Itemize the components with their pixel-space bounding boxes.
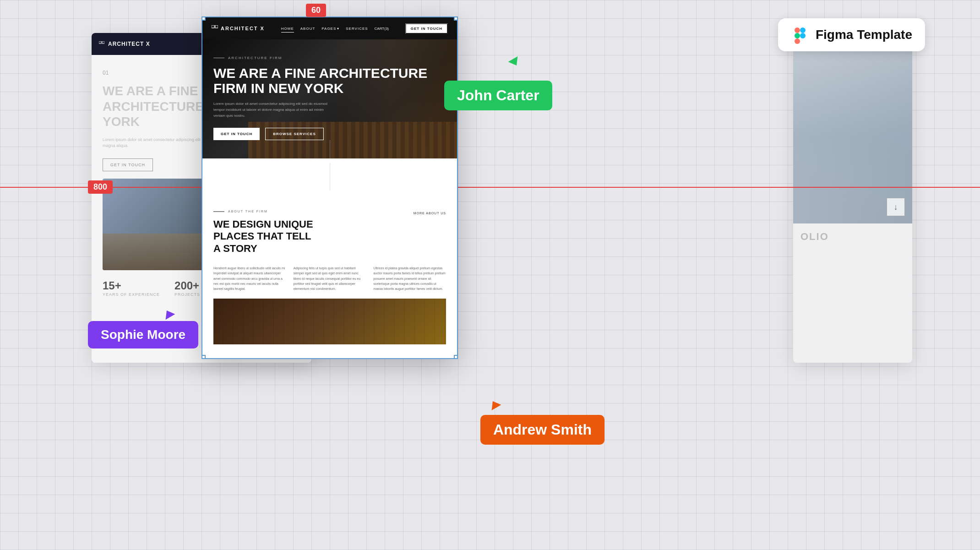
- left-frame-stat-projects: 200+ PROJECTS: [174, 279, 200, 297]
- about-subtitle: ABOUT THE FIRM: [213, 210, 314, 213]
- hero-btn-primary[interactable]: GET IN TOUCH: [213, 128, 260, 140]
- about-bottom-image-overlay: [213, 299, 446, 344]
- about-subtitle-line: [213, 211, 224, 212]
- left-frame-logo-icon: [99, 41, 104, 47]
- nav-logo-icon: [212, 25, 218, 32]
- about-section: ABOUT THE FIRM WE DESIGN UNIQUE PLACES T…: [202, 195, 457, 359]
- about-title-area: ABOUT THE FIRM WE DESIGN UNIQUE PLACES T…: [213, 210, 314, 262]
- hero-section: ARCHITECTURE FIRM WE ARE A FINE ARCHITEC…: [202, 39, 457, 158]
- hero-subtitle: ARCHITECTURE FIRM: [213, 56, 446, 60]
- right-frame-portfolio-text: OLIO: [800, 231, 905, 243]
- right-frame-building-image: ↓: [793, 49, 912, 223]
- main-design-frame: ARCHITECT X HOME ABOUT PAGES ▾ SERVICES …: [201, 16, 458, 359]
- svg-rect-5: [99, 41, 101, 44]
- hero-title: WE ARE A FINE ARCHITECTURE FIRM IN NEW Y…: [213, 65, 446, 96]
- hero-content: ARCHITECTURE FIRM WE ARE A FINE ARCHITEC…: [202, 39, 457, 157]
- stat-projects-label: PROJECTS: [174, 292, 200, 297]
- left-frame-logo-text: ARCHITECT X: [108, 41, 150, 47]
- figma-template-text: Figma Template: [816, 27, 912, 42]
- svg-rect-0: [795, 27, 800, 33]
- ruler-line-horizontal: [0, 187, 980, 188]
- nav-link-about[interactable]: ABOUT: [300, 27, 316, 31]
- andrew-smith-badge: Andrew Smith: [480, 415, 604, 445]
- right-frame-building-overlay: [793, 49, 912, 223]
- chevron-down-icon: ▾: [337, 27, 339, 31]
- svg-point-4: [800, 33, 806, 38]
- more-about-link[interactable]: MORE ABOUT US: [414, 212, 446, 215]
- nav-link-pages[interactable]: PAGES ▾: [321, 27, 339, 31]
- figma-template-badge: Figma Template: [778, 18, 925, 51]
- cursor-orange: [488, 398, 501, 410]
- about-col-1: Hendrerit augue libero ut sollicitudin v…: [213, 266, 286, 291]
- nav-link-home[interactable]: HOME: [281, 27, 294, 31]
- about-title: WE DESIGN UNIQUE PLACES THAT TELL A STOR…: [213, 218, 314, 255]
- ruler-badge-60: 60: [306, 4, 326, 17]
- ruler-badge-800: 800: [88, 180, 113, 194]
- svg-rect-6: [102, 41, 104, 44]
- about-col-3: Ultrices id platea gravida aliquet preti…: [373, 266, 446, 291]
- left-frame-stat-years: 15+ YEARS OF EXPERIENCE: [103, 279, 160, 297]
- selection-handle-tl[interactable]: [201, 16, 206, 21]
- hero-subtitle-line: [213, 58, 224, 58]
- nav-cta-button[interactable]: GET IN TOUCH: [405, 23, 448, 34]
- hero-buttons: GET IN TOUCH BROWSE SERVICES: [213, 128, 446, 140]
- nav-links-container: HOME ABOUT PAGES ▾ SERVICES CART(3): [281, 27, 389, 31]
- svg-rect-7: [212, 25, 214, 28]
- john-carter-badge: John Carter: [444, 81, 552, 110]
- about-col-2: Adipiscing felis ut turpis quis sed ut h…: [294, 266, 366, 291]
- cursor-green: [508, 56, 522, 68]
- nav-link-services[interactable]: SERVICES: [346, 27, 368, 31]
- left-frame-cta: GET IN TOUCH: [103, 158, 153, 171]
- right-background-frame: ABOUT PAGES SERVICES CART GET IN TOUCH ↓…: [793, 33, 912, 363]
- stat-years-number: 15+: [103, 279, 160, 292]
- svg-rect-3: [795, 38, 800, 44]
- svg-rect-2: [795, 33, 800, 38]
- main-frame-nav-logo: ARCHITECT X: [212, 25, 265, 32]
- nav-link-cart[interactable]: CART(3): [375, 27, 389, 31]
- about-columns: Hendrerit augue libero ut sollicitudin v…: [213, 266, 446, 291]
- svg-rect-1: [800, 27, 806, 33]
- stat-years-label: YEARS OF EXPERIENCE: [103, 292, 160, 297]
- selection-handle-tr[interactable]: [454, 16, 458, 21]
- hero-description: Lorem ipsum dolor sit amet consectetur a…: [213, 101, 332, 119]
- hero-btn-secondary[interactable]: BROWSE SERVICES: [265, 128, 324, 140]
- hero-about-spacer: [202, 158, 457, 195]
- main-frame-nav: ARCHITECT X HOME ABOUT PAGES ▾ SERVICES …: [202, 17, 457, 39]
- svg-rect-8: [215, 25, 218, 28]
- right-frame-content: OLIO: [793, 223, 912, 250]
- stat-projects-number: 200+: [174, 279, 200, 292]
- nav-logo-text: ARCHITECT X: [221, 26, 265, 31]
- right-frame-scroll-button: ↓: [887, 198, 905, 216]
- vertical-divider: [330, 163, 330, 191]
- figma-icon: [791, 26, 809, 44]
- sophie-moore-badge: Sophie Moore: [88, 321, 198, 349]
- about-bottom-image: [213, 299, 446, 344]
